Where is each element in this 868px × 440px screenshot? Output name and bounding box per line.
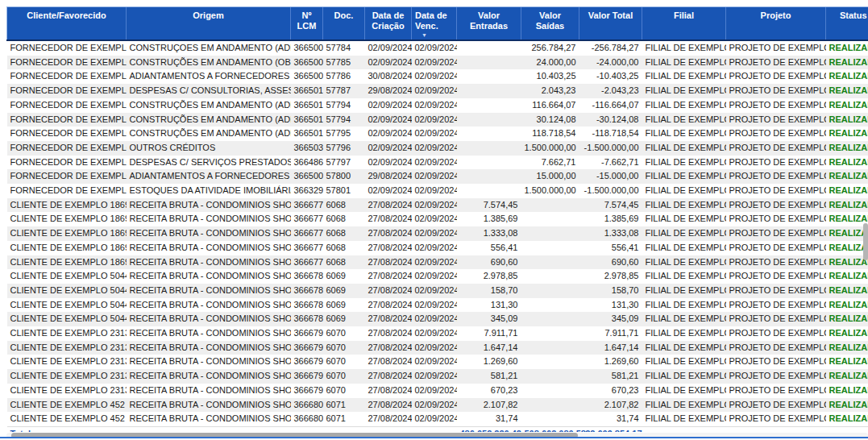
table-row[interactable]: FORNECEDOR DE EXEMPLO 6153CONSTRUÇÕES EM… [7, 127, 868, 141]
cell-venc: 02/09/2024 [412, 298, 457, 313]
cell-origem: CONSTRUÇÕES EM ANDAMENTO (OBRA) [127, 56, 291, 70]
cell-cliente: FORNECEDOR DE EXEMPLO 6209 [7, 84, 127, 98]
table-row[interactable]: CLIENTE DE EXEMPLO 2313RECEITA BRUTA - C… [7, 384, 868, 398]
cell-entradas: 131,30 [457, 298, 521, 313]
cell-projeto: PROJETO DE EXEMPLO 468 [726, 127, 826, 141]
cell-status: REALIZADO [826, 269, 868, 284]
column-header-projeto[interactable]: Projeto [726, 7, 826, 41]
column-header-origem[interactable]: Origem [127, 7, 291, 41]
cell-lcm: 366329 [291, 184, 323, 198]
cell-status: REALIZADO [826, 369, 868, 384]
table-row[interactable]: FORNECEDOR DE EXEMPLO 4080ADIANTAMENTOS … [7, 69, 868, 84]
table-row[interactable]: CLIENTE DE EXEMPLO 5044RECEITA BRUTA - C… [7, 298, 868, 313]
cell-criacao: 29/08/2024 [365, 169, 412, 184]
cell-projeto: PROJETO DE EXEMPLO 1369 [726, 241, 826, 255]
table-row[interactable]: FORNECEDOR DE EXEMPLO 6153CONSTRUÇOES EM… [7, 40, 868, 56]
cell-entradas: 670,23 [457, 384, 521, 398]
cell-saidas [521, 298, 579, 313]
cell-total: 670,23 [579, 384, 642, 398]
cell-entradas: 690,60 [457, 255, 521, 270]
column-header-entradas[interactable]: Valor Entradas [457, 7, 521, 41]
table-row[interactable]: CLIENTE DE EXEMPLO 452RECEITA BRUTA - CO… [7, 412, 868, 426]
cell-lcm: 366678 [291, 269, 323, 284]
column-header-criacao[interactable]: Data de Criação [365, 7, 412, 41]
cell-total: -24.000,00 [579, 56, 642, 70]
cell-status: REALIZADO [826, 113, 868, 127]
table-row[interactable]: FORNECEDOR DE EXEMPLO 6209DESPESAS C/ CO… [7, 84, 868, 98]
cell-total: 1.333,08 [579, 226, 642, 241]
column-header-saidas[interactable]: Valor Saídas [521, 7, 579, 41]
cell-doc: 57794 [323, 98, 365, 113]
table-row[interactable]: FORNECEDOR DE EXEMPLO 2493DESPESAS C/ SE… [7, 156, 868, 170]
cell-total: -256.784,27 [579, 40, 642, 56]
cell-criacao: 30/08/2024 [365, 69, 412, 84]
cell-filial: FILIAL DE EXEMPLO 25 [642, 341, 726, 355]
table-row[interactable]: FORNECEDOR DE EXEMPLO 6165CONSTRUÇÕES EM… [7, 113, 868, 127]
table-row[interactable]: CLIENTE DE EXEMPLO 2313RECEITA BRUTA - C… [7, 341, 868, 355]
cell-cliente: CLIENTE DE EXEMPLO 1869 [7, 226, 127, 241]
cell-venc: 02/09/2024 [412, 384, 457, 398]
column-header-lcm[interactable]: Nº LCM [291, 7, 323, 41]
cell-doc: 6070 [323, 341, 365, 355]
total-row-spacer [642, 426, 868, 432]
header-row: Cliente/Favorecido Origem Nº LCM Doc. Da… [7, 7, 868, 41]
cell-total: -2.043,23 [579, 84, 642, 98]
cell-filial: FILIAL DE EXEMPLO 25 [642, 212, 726, 226]
cell-saidas: 7.662,71 [521, 156, 579, 170]
cell-criacao: 02/09/2024 [365, 98, 412, 113]
cell-origem: RECEITA BRUTA - CONDOMINIOS SHOPPING [127, 241, 291, 255]
table-row[interactable]: CLIENTE DE EXEMPLO 1869RECEITA BRUTA - C… [7, 226, 868, 241]
cell-criacao: 27/08/2024 [365, 298, 412, 313]
cell-lcm: 366678 [291, 284, 323, 298]
cell-status: REALIZADO [826, 156, 868, 170]
cell-saidas: 256.784,27 [521, 40, 579, 56]
financial-entries-table: Cliente/Favorecido Origem Nº LCM Doc. Da… [6, 6, 868, 432]
cell-origem: RECEITA BRUTA - CONDOMINIOS SHOPPING [127, 398, 291, 413]
column-header-status[interactable]: Status [826, 7, 868, 41]
table-row[interactable]: CLIENTE DE EXEMPLO 2313RECEITA BRUTA - C… [7, 326, 868, 341]
table-row[interactable]: FORNECEDOR DE EXEMPLO 3504ADIANTAMENTOS … [7, 169, 868, 184]
table-row[interactable]: FORNECEDOR DE EXEMPLO 5924CONSTRUÇÕES EM… [7, 56, 868, 70]
table-row[interactable]: CLIENTE DE EXEMPLO 452RECEITA BRUTA - CO… [7, 398, 868, 413]
cell-saidas [521, 269, 579, 284]
table-row[interactable]: CLIENTE DE EXEMPLO 1869RECEITA BRUTA - C… [7, 241, 868, 255]
cell-projeto: PROJETO DE EXEMPLO 540 [726, 298, 826, 313]
column-header-total[interactable]: Valor Total [579, 7, 642, 41]
table-row[interactable]: CLIENTE DE EXEMPLO 2313RECEITA BRUTA - C… [7, 355, 868, 369]
cell-projeto: PROJETO DE EXEMPLO 571 [726, 412, 826, 426]
cell-doc: 6070 [323, 384, 365, 398]
cell-filial: FILIAL DE EXEMPLO 25 [642, 241, 726, 255]
cell-filial: FILIAL DE EXEMPLO 25 [642, 284, 726, 298]
table-row[interactable]: FORNECEDOR DE EXEMPLO 1988ESTOQUES DA AT… [7, 184, 868, 198]
table-row[interactable]: CLIENTE DE EXEMPLO 1869RECEITA BRUTA - C… [7, 198, 868, 213]
cell-total: 31,74 [579, 412, 642, 426]
cell-status: REALIZADO [826, 241, 868, 255]
cell-criacao: 27/08/2024 [365, 384, 412, 398]
column-header-cliente[interactable]: Cliente/Favorecido [7, 7, 127, 41]
cell-projeto: PROJETO DE EXEMPLO 540 [726, 284, 826, 298]
cell-cliente: FORNECEDOR DE EXEMPLO 3504 [7, 169, 127, 184]
table-row[interactable]: CLIENTE DE EXEMPLO 5044RECEITA BRUTA - C… [7, 269, 868, 284]
cell-cliente: FORNECEDOR DE EXEMPLO 6153 [7, 127, 127, 141]
vertical-scrollbar-thumb[interactable] [863, 223, 868, 260]
cell-venc: 02/09/2024 [412, 113, 457, 127]
cell-total: 158,70 [579, 284, 642, 298]
column-header-venc[interactable]: Data de Venc. ▼ [412, 7, 457, 41]
cell-venc: 02/09/2024 [412, 412, 457, 426]
cell-lcm: 366680 [291, 398, 323, 413]
column-header-doc[interactable]: Doc. [323, 7, 365, 41]
cell-status: REALIZADO [826, 198, 868, 213]
cell-entradas [457, 113, 521, 127]
column-header-filial[interactable]: Filial [642, 7, 726, 41]
table-row[interactable]: FORNECEDOR DE EXEMPLO 2505OUTROS CRÉDITO… [7, 141, 868, 156]
cell-projeto: PROJETO DE EXEMPLO 1176 [726, 141, 826, 156]
table-row[interactable]: CLIENTE DE EXEMPLO 5044RECEITA BRUTA - C… [7, 284, 868, 298]
table-row[interactable]: CLIENTE DE EXEMPLO 1869RECEITA BRUTA - C… [7, 212, 868, 226]
table-row[interactable]: CLIENTE DE EXEMPLO 1869RECEITA BRUTA - C… [7, 255, 868, 270]
table-row[interactable]: CLIENTE DE EXEMPLO 2313RECEITA BRUTA - C… [7, 369, 868, 384]
cell-entradas: 7.911,71 [457, 326, 521, 341]
total-valor-total: -22.609.854,17 [579, 426, 642, 432]
table-row[interactable]: CLIENTE DE EXEMPLO 5044RECEITA BRUTA - C… [7, 312, 868, 326]
cell-lcm: 366677 [291, 255, 323, 270]
table-row[interactable]: FORNECEDOR DE EXEMPLO 6165CONSTRUÇÕES EM… [7, 98, 868, 113]
